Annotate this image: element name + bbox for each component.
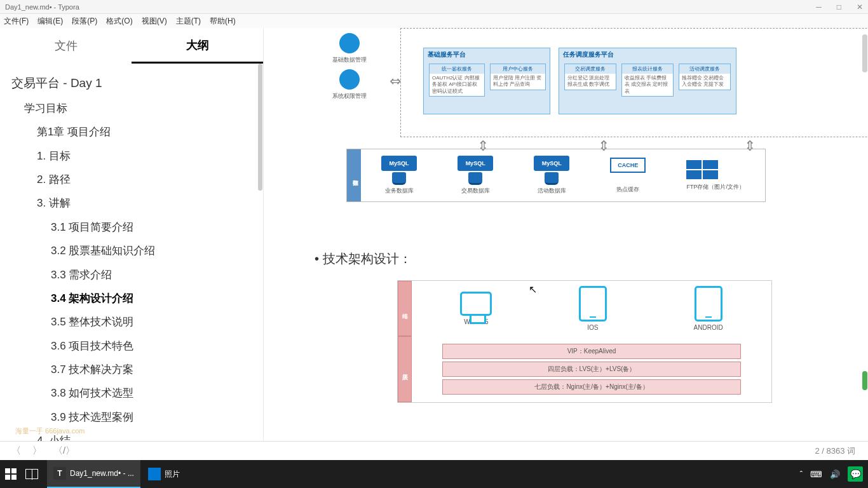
storage-label: 数据存储 [347, 149, 361, 201]
outline-scrollbar[interactable] [258, 64, 262, 388]
tray-chevron-up-icon[interactable]: ˆ [800, 470, 803, 479]
db-icon [468, 172, 482, 185]
tab-outline[interactable]: 大纲 [132, 28, 263, 64]
outline-s2[interactable]: 2. 路径 [37, 168, 263, 191]
menu-paragraph[interactable]: 段落(P) [72, 16, 97, 27]
maximize-button[interactable]: □ [837, 3, 841, 11]
outline-s32[interactable]: 3.2 股票基础知识介绍 [51, 239, 263, 262]
terminal-tier-label: 终端 [398, 281, 412, 336]
arrow-icon: ⇔ [390, 73, 401, 90]
l4-bar: 四层负载：LVS(主）+LVS(备） [442, 362, 741, 377]
sys-perm-label: 系统权限管理 [327, 92, 372, 100]
outline-s39[interactable]: 3.9 技术选型案例 [51, 405, 263, 429]
outline-s3[interactable]: 3. 讲解 [37, 191, 263, 215]
outline-s31[interactable]: 3.1 项目简要介绍 [51, 215, 263, 239]
content-scroll-indicator[interactable] [862, 371, 867, 390]
menu-help[interactable]: 帮助(H) [210, 16, 236, 27]
mysql-icon: MySQL [381, 156, 417, 171]
user-service: 用户中心服务 [491, 64, 545, 74]
storage-layer: 数据存储 MySQL 业务数据库 MySQL 交易数据库 MySQL [346, 149, 766, 202]
vip-bar: VIP：KeepAlived [442, 344, 741, 359]
event-sched: 活动调度服务 [679, 64, 730, 74]
menu-format[interactable]: 格式(O) [106, 16, 132, 27]
mysql-icon: MySQL [458, 156, 493, 171]
user-items: 用户登陆 用户注册 资料上传 产品查询 [491, 74, 545, 90]
phone-icon [695, 286, 722, 322]
task-view-button[interactable] [25, 469, 38, 479]
basic-data-label: 基础数据管理 [327, 56, 372, 64]
outline-study[interactable]: 学习目标 [24, 97, 263, 120]
tray-notification-icon[interactable]: 💬 [848, 466, 863, 482]
typora-icon: T [53, 467, 66, 480]
auth-items: OAUTH2认证 内部服务鉴权 API接口鉴权 密码认证模式 [430, 74, 484, 96]
outline-s35[interactable]: 3.5 整体技术说明 [51, 310, 263, 334]
menu-theme[interactable]: 主题(T) [176, 16, 201, 27]
db-icon [392, 172, 406, 185]
ftp-icon [686, 160, 718, 179]
outline-h1[interactable]: 交易平台 - Day 1 [11, 70, 263, 97]
l7-bar: 七层负载：Nginx(主/备）+Nginx(主/备） [442, 379, 741, 395]
menu-bar: 文件(F) 编辑(E) 段落(P) 格式(O) 视图(V) 主题(T) 帮助(H… [0, 14, 868, 28]
architecture-diagram-2: 终端 WEB/H5 IOS ANDROID 接入层 VIP：KeepAlived… [397, 280, 772, 403]
globe-icon [339, 69, 360, 90]
cache-icon: CACHE [610, 158, 646, 173]
tab-files[interactable]: 文件 [0, 28, 132, 64]
title-bar: Day1_new.md• - Typora ─ □ ✕ [0, 0, 868, 14]
back-button[interactable]: 〈 [11, 445, 21, 457]
minimize-button[interactable]: ─ [816, 3, 822, 11]
architecture-diagram-1: 基础数据管理 系统权限管理 ⇔ 基础服务平台 统一鉴权服务 OAUTH2认证 内… [283, 28, 849, 225]
source-button[interactable]: 〈/〉 [53, 445, 75, 457]
tech-arch-heading: • 技术架构设计： [315, 250, 849, 268]
access-tier-label: 接入层 [398, 336, 412, 402]
outline-s34[interactable]: 3.4 架构设计介绍 [51, 287, 263, 310]
forward-button[interactable]: 〉 [32, 445, 42, 457]
mysql-icon: MySQL [534, 156, 569, 171]
outline-s38[interactable]: 3.8 如何技术选型 [51, 381, 263, 405]
watermark: 海量一手 666java.com [15, 426, 85, 436]
menu-view[interactable]: 视图(V) [142, 16, 167, 27]
windows-taskbar: T Day1_new.md• - ... 照片 ˆ ⌨ 🔊 💬 [0, 460, 868, 488]
word-count[interactable]: 2 / 8363 词 [815, 445, 855, 457]
window-title: Day1_new.md• - Typora [5, 3, 79, 11]
editor-content[interactable]: 基础数据管理 系统权限管理 ⇔ 基础服务平台 统一鉴权服务 OAUTH2认证 内… [264, 28, 868, 441]
close-button[interactable]: ✕ [857, 3, 863, 11]
report-stat: 报表统计服务 [622, 64, 673, 74]
menu-file[interactable]: 文件(F) [4, 16, 29, 27]
outline-s1[interactable]: 1. 目标 [37, 144, 263, 168]
phone-icon [579, 286, 607, 322]
sidebar: 文件 大纲 交易平台 - Day 1 学习目标 第1章 项目介绍 1. 目标 2… [0, 28, 264, 441]
db-icon [545, 172, 559, 185]
outline-panel: 交易平台 - Day 1 学习目标 第1章 项目介绍 1. 目标 2. 路径 3… [0, 64, 263, 441]
start-button[interactable] [5, 468, 17, 480]
plat1-title: 基础服务平台 [424, 48, 550, 61]
tray-ime-icon[interactable]: ⌨ [810, 470, 822, 479]
trade-sched: 交易调度服务 [565, 64, 616, 74]
status-bar: 〈 〉 〈/〉 2 / 8363 词 [0, 441, 868, 460]
outline-s33[interactable]: 3.3 需求介绍 [51, 263, 263, 287]
taskbar-photos[interactable]: 照片 [142, 460, 186, 488]
monitor-icon [460, 292, 492, 316]
auth-service: 统一鉴权服务 [430, 64, 484, 74]
dashed-zone: ⇔ 基础服务平台 统一鉴权服务 OAUTH2认证 内部服务鉴权 API接口鉴权 … [400, 28, 868, 137]
plat2-title: 任务调度服务平台 [559, 48, 736, 61]
menu-edit[interactable]: 编辑(E) [37, 16, 63, 27]
globe-icon [339, 33, 360, 53]
outline-s36[interactable]: 3.6 项目技术特色 [51, 334, 263, 358]
photos-icon [148, 468, 161, 480]
outline-ch1[interactable]: 第1章 项目介绍 [37, 120, 263, 144]
content-scrollbar[interactable] [862, 34, 867, 72]
outline-s37[interactable]: 3.7 技术解决方案 [51, 358, 263, 381]
tray-volume-icon[interactable]: 🔊 [830, 470, 840, 479]
taskbar-typora[interactable]: T Day1_new.md• - ... [47, 460, 140, 488]
